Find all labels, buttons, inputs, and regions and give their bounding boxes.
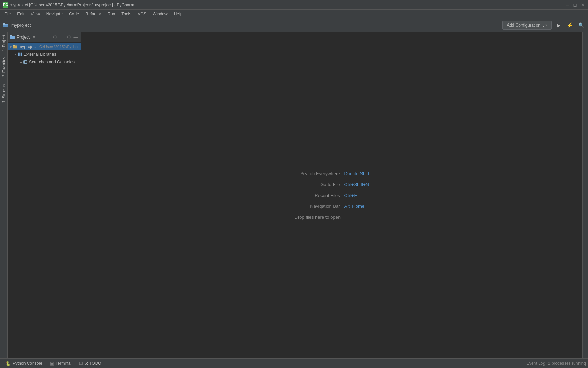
menu-edit[interactable]: Edit	[14, 11, 27, 17]
editor-area: Search Everywhere Double Shift Go to Fil…	[81, 32, 582, 358]
menu-view[interactable]: View	[28, 11, 43, 17]
toolbar: myproject Add Configuration... ▾ ▶ ⚡ 🔍	[0, 18, 588, 32]
hint-label-goto: Go to File	[295, 182, 340, 187]
hint-drop-files: Drop files here to open	[295, 214, 369, 220]
tree-arrow-expanded: ▾	[10, 45, 12, 49]
add-config-label: Add Configuration...	[507, 23, 544, 28]
project-panel: Project ▾ ⚙ ÷ ⚙ — ▾ myproject C:\Users\2…	[8, 32, 81, 358]
bottom-tab-python-console[interactable]: 🐍 Python Console	[2, 359, 46, 368]
welcome-hints: Search Everywhere Double Shift Go to Fil…	[295, 171, 369, 220]
svg-rect-8	[21, 53, 22, 56]
svg-rect-6	[18, 53, 19, 56]
sidebar-item-project[interactable]: 1: Project	[0, 32, 7, 54]
right-panel-strip	[582, 32, 588, 358]
debug-button[interactable]: ⚡	[566, 21, 574, 29]
svg-rect-7	[19, 53, 20, 56]
hint-recent-files: Recent Files Ctrl+E	[295, 193, 369, 198]
title-text: myproject [C:\Users\20152\PycharmProject…	[10, 2, 134, 7]
tree-arrow-collapsed: ▸	[15, 53, 16, 56]
project-tree: ▾ myproject C:\Users\20152\Pycha ▸ Exter…	[8, 42, 81, 358]
bottom-bar: 🐍 Python Console ▣ Terminal ☑ 6: TODO Ev…	[0, 358, 588, 368]
menu-vcs[interactable]: VCS	[135, 11, 149, 17]
tree-item-external-libraries[interactable]: ▸ External Libraries	[8, 50, 81, 58]
bottom-tab-todo[interactable]: ☑ 6: TODO	[76, 359, 105, 368]
tree-item-label-myproject: myproject	[19, 44, 37, 49]
menu-file[interactable]: File	[1, 11, 14, 17]
hint-label-nav: Navigation Bar	[295, 204, 340, 209]
svg-rect-3	[10, 35, 12, 36]
project-panel-header: Project ▾ ⚙ ÷ ⚙ —	[8, 32, 81, 42]
add-config-dot: ▾	[545, 23, 547, 27]
title-bar-left: PC myproject [C:\Users\20152\PycharmProj…	[3, 2, 134, 8]
main-area: 1: Project 2: Favorites 7: Structure Pro…	[0, 32, 588, 358]
hint-search-everywhere: Search Everywhere Double Shift	[295, 171, 369, 176]
folder-icon	[3, 22, 8, 28]
svg-point-10	[24, 61, 25, 62]
library-icon	[18, 52, 22, 57]
folder-open-icon	[13, 44, 18, 49]
bottom-tab-python-console-label: Python Console	[13, 361, 42, 366]
minimize-button[interactable]: ─	[565, 2, 570, 7]
hint-shortcut-recent[interactable]: Ctrl+E	[344, 193, 357, 198]
toolbar-project-name: myproject	[11, 22, 31, 28]
menu-bar: File Edit View Navigate Code Refactor Ru…	[0, 10, 588, 18]
scratches-icon	[23, 60, 28, 64]
hint-go-to-file: Go to File Ctrl+Shift+N	[295, 182, 369, 187]
menu-refactor[interactable]: Refactor	[83, 11, 104, 17]
maximize-button[interactable]: □	[573, 2, 578, 7]
status-right: Event Log 2 processes running	[526, 361, 586, 366]
processes-status: 2 processes running	[548, 361, 586, 366]
hint-shortcut-nav[interactable]: Alt+Home	[344, 204, 364, 209]
hint-label-recent: Recent Files	[295, 193, 340, 198]
app-icon: PC	[3, 2, 8, 8]
tree-item-myproject[interactable]: ▾ myproject C:\Users\20152\Pycha	[8, 43, 81, 50]
tree-item-label-scratches: Scratches and Consoles	[29, 60, 75, 64]
sidebar-item-favorites[interactable]: 2: Favorites	[0, 54, 7, 80]
tree-item-label-external-libraries: External Libraries	[23, 52, 56, 57]
panel-collapse-icon[interactable]: —	[73, 34, 79, 40]
hint-navigation-bar: Navigation Bar Alt+Home	[295, 204, 369, 209]
tree-item-scratches[interactable]: ▸ Scratches and Consoles	[8, 58, 81, 66]
svg-rect-9	[24, 61, 27, 64]
svg-point-11	[24, 62, 25, 63]
run-button[interactable]: ▶	[554, 21, 563, 29]
sidebar-item-structure[interactable]: 7: Structure	[0, 80, 7, 105]
menu-code[interactable]: Code	[66, 11, 82, 17]
menu-window[interactable]: Window	[150, 11, 170, 17]
toolbar-right: Add Configuration... ▾ ▶ ⚡ 🔍	[502, 21, 585, 30]
title-bar: PC myproject [C:\Users\20152\PycharmProj…	[0, 0, 588, 10]
add-configuration-button[interactable]: Add Configuration... ▾	[502, 21, 552, 30]
panel-gear-icon[interactable]: ⚙	[66, 34, 72, 40]
toolbar-left: myproject	[3, 22, 31, 28]
hint-label-search: Search Everywhere	[295, 171, 340, 176]
left-panel-strip: 1: Project 2: Favorites 7: Structure	[0, 32, 8, 358]
project-panel-title: Project	[17, 35, 31, 40]
tree-arrow-scratches: ▸	[20, 60, 22, 64]
panel-settings-icon[interactable]: ⚙	[52, 34, 58, 40]
terminal-icon: ▣	[50, 361, 54, 366]
project-dropdown-arrow[interactable]: ▾	[33, 35, 35, 40]
python-console-icon: 🐍	[6, 361, 11, 366]
hint-shortcut-search[interactable]: Double Shift	[344, 171, 369, 176]
hint-label-drop: Drop files here to open	[295, 214, 341, 220]
svg-rect-1	[3, 23, 5, 25]
bottom-tab-todo-label: 6: TODO	[85, 361, 102, 366]
event-log-link[interactable]: Event Log	[526, 361, 545, 366]
close-button[interactable]: ✕	[580, 2, 585, 7]
menu-tools[interactable]: Tools	[119, 11, 134, 17]
bottom-tab-terminal[interactable]: ▣ Terminal	[47, 359, 75, 368]
tree-item-path-myproject: C:\Users\20152\Pycha	[39, 45, 78, 49]
menu-run[interactable]: Run	[105, 11, 118, 17]
panel-split-icon[interactable]: ÷	[59, 34, 65, 40]
search-everywhere-button[interactable]: 🔍	[577, 21, 585, 29]
menu-help[interactable]: Help	[171, 11, 186, 17]
bottom-tab-terminal-label: Terminal	[56, 361, 71, 366]
hint-shortcut-goto[interactable]: Ctrl+Shift+N	[344, 182, 369, 187]
todo-icon: ☑	[79, 361, 83, 366]
title-bar-controls: ─ □ ✕	[565, 2, 585, 7]
project-panel-folder-icon	[10, 34, 15, 40]
svg-rect-5	[13, 45, 15, 46]
menu-navigate[interactable]: Navigate	[43, 11, 65, 17]
